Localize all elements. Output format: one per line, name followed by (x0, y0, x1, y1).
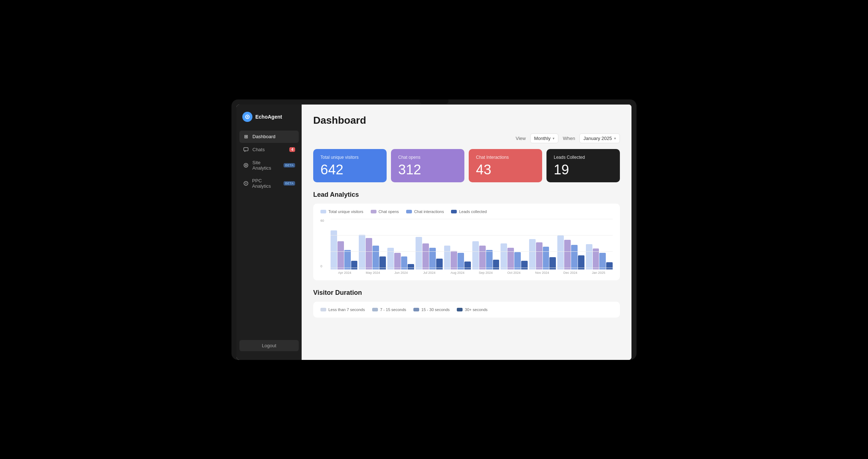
y-label-bottom: 0 (320, 264, 331, 268)
sidebar-item-chats[interactable]: Chats 4 (239, 144, 299, 156)
y-label-top: 60 (320, 219, 331, 222)
x-label-7: Nov 2024 (528, 271, 556, 275)
bar-interactions-4 (458, 253, 464, 269)
bar-leads-2 (408, 264, 414, 269)
page-title: Dashboard (313, 115, 620, 126)
bar-visitors-2 (387, 248, 394, 269)
logo-icon (242, 112, 252, 122)
svg-rect-2 (244, 148, 248, 151)
x-label-2: Jun 2024 (387, 271, 415, 275)
sidebar-item-dashboard[interactable]: ⊞ Dashboard (239, 131, 299, 143)
stat-value-leads: 19 (554, 163, 613, 177)
stat-card-chat-interactions: Chat Interactions 43 (469, 149, 542, 182)
x-labels: Apr 2024May 2024Jun 2024Jul 2024Aug 2024… (331, 271, 613, 275)
bar-visitors-3 (416, 237, 422, 269)
ppc-analytics-beta: BETA (284, 181, 295, 186)
view-label: View (516, 136, 526, 141)
x-label-0: Apr 2024 (331, 271, 359, 275)
bar-leads-4 (464, 262, 471, 269)
svg-point-1 (247, 116, 248, 118)
bar-visitors-9 (586, 244, 592, 269)
legend-dot-leads (451, 210, 457, 213)
bar-interactions-7 (543, 247, 549, 269)
bar-opens-7 (536, 242, 542, 269)
bar-opens-0 (337, 241, 344, 269)
svg-point-3 (244, 163, 248, 167)
visitor-label-30plus: 30+ seconds (465, 307, 488, 312)
bar-leads-3 (436, 259, 443, 269)
logout-button[interactable]: Logout (239, 340, 299, 351)
bar-opens-6 (507, 248, 514, 269)
chart-legend: Total unique visitors Chat opens Chat in… (320, 209, 613, 214)
x-label-8: Dec 2024 (556, 271, 584, 275)
when-label: When (563, 136, 575, 141)
bar-opens-2 (394, 253, 401, 269)
x-label-1: May 2024 (359, 271, 387, 275)
x-label-3: Jul 2024 (415, 271, 443, 275)
visitor-label-30s: 15 - 30 seconds (421, 307, 450, 312)
bar-leads-1 (379, 256, 386, 269)
bar-leads-8 (578, 255, 584, 269)
bar-group-7 (529, 219, 556, 269)
visitor-duration-title: Visitor Duration (313, 289, 620, 297)
stat-label-chat-opens: Chat opens (398, 155, 457, 160)
site-analytics-beta: BETA (284, 163, 295, 167)
x-label-5: Sep 2024 (472, 271, 500, 275)
legend-label-interactions: Chat interactions (414, 209, 444, 214)
view-select[interactable]: Monthly ▾ (530, 133, 559, 143)
stat-label-interactions: Chat Interactions (476, 155, 535, 160)
main-content: Dashboard View Monthly ▾ When January 20… (302, 105, 631, 360)
bar-visitors-6 (501, 243, 507, 269)
bar-visitors-4 (444, 246, 451, 269)
stats-grid: Total unique visitors 642 Chat opens 312… (313, 149, 620, 182)
stat-value-chat-opens: 312 (398, 163, 457, 177)
bar-opens-5 (479, 246, 486, 269)
bar-interactions-9 (599, 253, 606, 269)
visitor-legend: Less than 7 seconds 7 - 15 seconds 15 - … (320, 307, 613, 312)
site-analytics-icon (243, 162, 249, 168)
bar-opens-8 (564, 240, 571, 269)
bar-opens-1 (366, 238, 372, 269)
dashboard-icon: ⊞ (243, 134, 249, 140)
bar-group-1 (359, 219, 386, 269)
bar-visitors-7 (529, 239, 536, 269)
sidebar-item-ppc-analytics[interactable]: PPC Analytics BETA (239, 175, 299, 192)
bar-visitors-1 (359, 235, 365, 269)
bar-interactions-3 (429, 248, 436, 269)
stat-value-visitors: 642 (320, 163, 379, 177)
sidebar-item-label: Site Analytics (252, 160, 280, 171)
stat-value-interactions: 43 (476, 163, 535, 177)
ppc-analytics-icon (243, 180, 248, 186)
visitor-dot-7s (320, 308, 326, 311)
stat-label-visitors: Total unique visitors (320, 155, 379, 160)
when-select[interactable]: January 2025 ▾ (579, 133, 620, 143)
sidebar-item-label: Dashboard (252, 134, 276, 139)
x-label-9: Jan 2025 (584, 271, 613, 275)
visitor-legend-15s: 7 - 15 seconds (372, 307, 406, 312)
bar-group-5 (472, 219, 499, 269)
visitor-legend-30s: 15 - 30 seconds (413, 307, 450, 312)
visitor-legend-7s: Less than 7 seconds (320, 307, 365, 312)
bar-opens-4 (451, 251, 457, 269)
svg-point-4 (245, 165, 247, 166)
laptop-notch (420, 99, 448, 104)
legend-label-visitors: Total unique visitors (328, 209, 363, 214)
bar-opens-9 (593, 248, 599, 269)
sidebar-item-site-analytics[interactable]: Site Analytics BETA (239, 157, 299, 174)
visitor-label-15s: 7 - 15 seconds (380, 307, 406, 312)
chats-badge: 4 (289, 147, 295, 152)
sidebar-item-label: Chats (252, 147, 265, 152)
bar-leads-6 (521, 261, 528, 269)
legend-dot-interactions (406, 210, 412, 213)
bar-interactions-5 (486, 250, 493, 269)
visitor-legend-30plus: 30+ seconds (457, 307, 488, 312)
bar-visitors-5 (472, 241, 479, 269)
bar-interactions-1 (373, 246, 379, 269)
legend-chat-opens: Chat opens (371, 209, 399, 214)
legend-visitors: Total unique visitors (320, 209, 363, 214)
x-label-4: Aug 2024 (443, 271, 472, 275)
bar-visitors-8 (557, 235, 564, 269)
bar-leads-5 (493, 260, 499, 269)
lead-analytics-title: Lead Analytics (313, 191, 620, 199)
view-chevron: ▾ (553, 136, 554, 140)
